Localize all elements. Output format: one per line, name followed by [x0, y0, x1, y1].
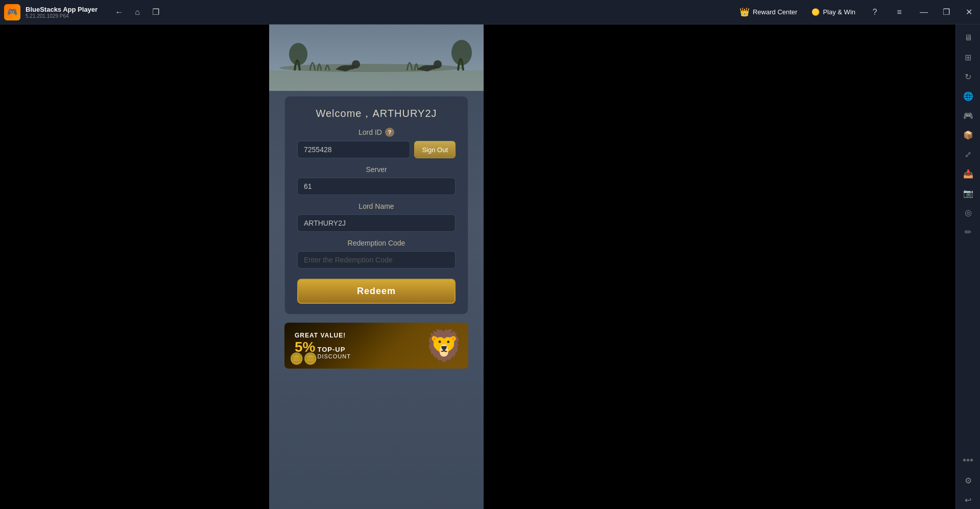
sidebar-resize-icon[interactable]: ⤢ — [959, 145, 977, 163]
banner-topup: TOP-UP — [317, 346, 350, 353]
app-name: BlueStacks App Player — [26, 6, 98, 13]
sidebar-camera-icon[interactable]: 📷 — [959, 184, 977, 202]
play-win-button[interactable]: 🟡 Play & Win — [805, 5, 862, 19]
redemption-code-input[interactable] — [297, 251, 456, 269]
restore-button[interactable]: ❐ — [935, 0, 958, 25]
silhouette-area — [269, 25, 484, 91]
right-panel — [484, 25, 955, 509]
reward-center-button[interactable]: 👑 Reward Center — [733, 4, 803, 20]
minimize-button[interactable]: — — [913, 0, 935, 25]
sidebar-back2-icon[interactable]: ↩ — [959, 491, 977, 509]
home-button[interactable]: ⌂ — [129, 4, 146, 20]
reward-center-label: Reward Center — [753, 8, 797, 16]
redemption-code-label: Redemption Code — [297, 239, 456, 247]
sidebar-layers-icon[interactable]: ⊞ — [959, 48, 977, 66]
svg-point-4 — [434, 60, 442, 68]
form-container: Welcome，ARTHURY2J Lord ID ? Sign Out Ser… — [284, 96, 468, 314]
lord-id-input[interactable] — [297, 141, 410, 158]
lord-name-input[interactable] — [297, 214, 456, 232]
sidebar-edit-icon[interactable]: ✏ — [959, 223, 977, 241]
sidebar-rotate-icon[interactable]: ↻ — [959, 67, 977, 86]
help-button[interactable]: ? — [864, 0, 886, 25]
play-win-emoji: 🟡 — [811, 8, 820, 16]
crown-icon: 👑 — [739, 7, 750, 17]
redeem-button[interactable]: Redeem — [297, 279, 456, 304]
sidebar-screen-icon[interactable]: 🖥 — [959, 29, 977, 47]
lord-id-label: Lord ID ? — [297, 128, 456, 137]
lord-id-row: Sign Out — [297, 141, 456, 158]
play-win-label: Play & Win — [823, 8, 855, 16]
svg-point-5 — [289, 43, 307, 65]
sidebar-more-button[interactable]: ••• — [959, 450, 977, 470]
titlebar-nav: ← ⌂ ❐ — [111, 4, 164, 20]
svg-rect-1 — [269, 70, 484, 91]
titlebar: 🎮 BlueStacks App Player 5.21.201.1029 P6… — [0, 0, 980, 25]
app-version: 5.21.201.1029 P64 — [26, 13, 98, 19]
svg-point-3 — [352, 60, 360, 68]
promo-banner[interactable]: GREAT VALUE! 5% TOP-UP DISCOUNT 🦁 🪙🪙 — [284, 323, 468, 369]
app-info: BlueStacks App Player 5.21.201.1029 P64 — [26, 6, 98, 19]
welcome-title: Welcome，ARTHURY2J — [297, 107, 456, 120]
sidebar-settings-icon[interactable]: ⚙ — [959, 471, 977, 490]
sign-out-button[interactable]: Sign Out — [414, 141, 456, 158]
sidebar-globe-icon[interactable]: 🌐 — [959, 87, 977, 105]
multi-button[interactable]: ❐ — [148, 4, 164, 20]
right-sidebar: 🖥 ⊞ ↻ 🌐 🎮 📦 ⤢ 📥 📷 ◎ ✏ ••• ⚙ ↩ — [955, 25, 980, 509]
app-logo: 🎮 — [4, 4, 20, 20]
menu-button[interactable]: ≡ — [888, 0, 911, 25]
svg-point-6 — [451, 40, 472, 65]
main-content: Welcome，ARTHURY2J Lord ID ? Sign Out Ser… — [0, 25, 980, 509]
banner-lion: 🦁 — [366, 323, 468, 369]
banner-percent: 5% — [295, 339, 315, 355]
window-controls: — ❐ ✕ — [913, 0, 980, 25]
banner-discount: DISCOUNT — [317, 353, 350, 359]
titlebar-left: 🎮 BlueStacks App Player 5.21.201.1029 P6… — [4, 4, 164, 20]
server-input[interactable] — [297, 178, 456, 195]
sidebar-macro-icon[interactable]: ◎ — [959, 203, 977, 222]
banner-text: GREAT VALUE! 5% TOP-UP DISCOUNT — [295, 332, 351, 359]
left-panel — [0, 25, 269, 509]
sidebar-apk-icon[interactable]: 📦 — [959, 126, 977, 144]
sidebar-game-icon[interactable]: 🎮 — [959, 106, 977, 125]
logo-emoji: 🎮 — [7, 7, 17, 17]
lord-id-help-icon[interactable]: ? — [385, 128, 394, 137]
silhouette-svg — [269, 25, 484, 91]
center-panel: Welcome，ARTHURY2J Lord ID ? Sign Out Ser… — [269, 25, 484, 509]
sidebar-import-icon[interactable]: 📥 — [959, 164, 977, 183]
lord-name-label: Lord Name — [297, 202, 456, 210]
close-button[interactable]: ✕ — [958, 0, 980, 25]
banner-great-label: GREAT VALUE! — [295, 332, 351, 339]
server-label: Server — [297, 165, 456, 174]
back-button[interactable]: ← — [111, 4, 127, 20]
titlebar-right: 👑 Reward Center 🟡 Play & Win ? ≡ — ❐ ✕ — [733, 0, 980, 25]
